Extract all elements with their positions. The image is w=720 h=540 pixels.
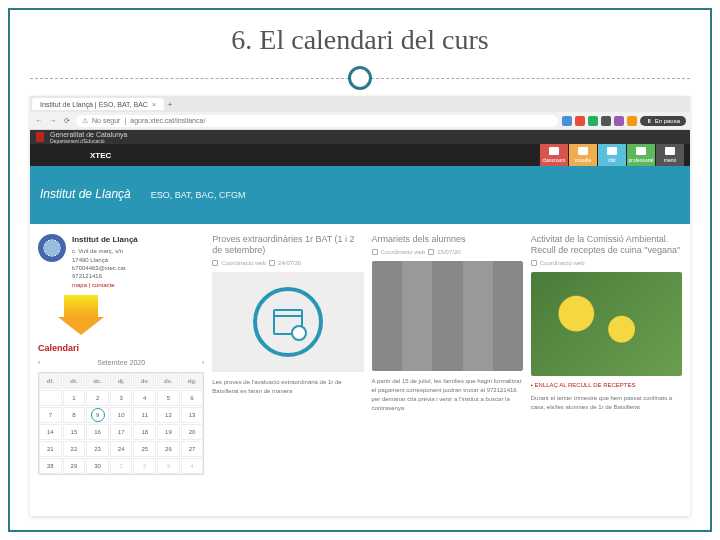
post-title[interactable]: Armariets dels alumnes bbox=[372, 234, 523, 245]
cal-day[interactable]: 28 bbox=[39, 458, 62, 474]
date-icon bbox=[269, 260, 275, 266]
forward-icon[interactable]: → bbox=[48, 116, 58, 126]
extension-icon[interactable] bbox=[588, 116, 598, 126]
cal-day-header: dl. bbox=[39, 373, 62, 389]
cal-day[interactable] bbox=[39, 390, 62, 406]
new-tab-button[interactable]: + bbox=[168, 101, 172, 108]
cal-day[interactable]: 15 bbox=[63, 424, 86, 440]
cal-day[interactable]: 24 bbox=[110, 441, 133, 457]
gov-header: Generalitat de Catalunya Departament d'E… bbox=[30, 130, 690, 144]
cal-day[interactable]: 3 bbox=[110, 390, 133, 406]
post-image-flowers bbox=[531, 272, 682, 376]
reload-icon[interactable]: ⟳ bbox=[62, 116, 72, 126]
lock-icon: ⚠ bbox=[82, 117, 88, 125]
cal-prev-icon[interactable]: ‹ bbox=[38, 359, 40, 366]
cal-day[interactable]: 5 bbox=[157, 390, 180, 406]
cal-day[interactable]: 25 bbox=[133, 441, 156, 457]
post-title[interactable]: Proves extraordinàries 1r BAT (1 i 2 de … bbox=[212, 234, 363, 256]
site-name[interactable]: Institut de Llançà bbox=[40, 188, 131, 201]
calendar-heading: Calendari bbox=[38, 343, 204, 353]
cal-day[interactable]: 2 bbox=[133, 458, 156, 474]
cal-day[interactable]: 3 bbox=[157, 458, 180, 474]
moodle-icon bbox=[578, 147, 588, 155]
tab-bar: Institut de Llançà | ESO, BAT, BAC × + bbox=[30, 96, 690, 112]
site-tagline: ESO, BAT, BAC, CFGM bbox=[151, 190, 246, 200]
cal-day[interactable]: 16 bbox=[86, 424, 109, 440]
xtec-bar: XTEC classroom moodle ckit professorat m… bbox=[30, 144, 690, 166]
cal-day[interactable]: 27 bbox=[181, 441, 204, 457]
extension-icon[interactable] bbox=[575, 116, 585, 126]
post-title[interactable]: Activitat de la Comissió Ambiental. Recu… bbox=[531, 234, 682, 256]
gencat-logo-icon bbox=[36, 132, 44, 142]
browser-tab[interactable]: Institut de Llançà | ESO, BAT, BAC × bbox=[32, 98, 164, 110]
grid-icon bbox=[607, 147, 617, 155]
url-text: agora.xtec.cat/insllanca/ bbox=[130, 117, 205, 124]
cal-day[interactable]: 8 bbox=[63, 407, 86, 423]
cal-day[interactable]: 23 bbox=[86, 441, 109, 457]
url-field[interactable]: ⚠ No segur | agora.xtec.cat/insllanca/ bbox=[76, 115, 558, 127]
cal-day[interactable]: 11 bbox=[133, 407, 156, 423]
tile-menu[interactable]: menú bbox=[656, 144, 684, 166]
cal-day-header: dg. bbox=[181, 373, 204, 389]
cal-next-icon[interactable]: › bbox=[202, 359, 204, 366]
cal-day[interactable]: 6 bbox=[181, 390, 204, 406]
cal-day[interactable]: 2 bbox=[86, 390, 109, 406]
post-link[interactable]: • ENLLAÇ AL RECULL DE RECEPTES bbox=[531, 382, 682, 388]
author-icon bbox=[212, 260, 218, 266]
cal-day-header: dc. bbox=[86, 373, 109, 389]
extension-icons: ⏸En pausa bbox=[562, 116, 686, 126]
pause-badge[interactable]: ⏸En pausa bbox=[640, 116, 686, 126]
tile-prof[interactable]: professorat bbox=[627, 144, 655, 166]
cal-day[interactable]: 20 bbox=[181, 424, 204, 440]
cal-day[interactable]: 30 bbox=[86, 458, 109, 474]
back-icon[interactable]: ← bbox=[34, 116, 44, 126]
contact-link[interactable]: contacte bbox=[92, 282, 115, 288]
post-body: Les proves de l'avaluació extraordinària… bbox=[212, 378, 363, 396]
extension-icon[interactable] bbox=[562, 116, 572, 126]
people-icon bbox=[549, 147, 559, 155]
yellow-arrow-annotation bbox=[64, 295, 204, 335]
tile-ckit[interactable]: ckit bbox=[598, 144, 626, 166]
school-addr2: 17490 Llançà bbox=[72, 256, 138, 264]
cal-day-header: dt. bbox=[63, 373, 86, 389]
divider bbox=[10, 66, 710, 90]
site-hero: Institut de Llançà ESO, BAT, BAC, CFGM bbox=[30, 166, 690, 224]
person-icon bbox=[636, 147, 646, 155]
tab-title: Institut de Llançà | ESO, BAT, BAC bbox=[40, 101, 148, 108]
cal-day[interactable]: 7 bbox=[39, 407, 62, 423]
cal-day[interactable]: 1 bbox=[110, 458, 133, 474]
tile-classroom[interactable]: classroom bbox=[540, 144, 568, 166]
author-icon bbox=[531, 260, 537, 266]
extension-icon[interactable] bbox=[601, 116, 611, 126]
calendar-grid[interactable]: dl.dt.dc.dj.dv.ds.dg.1234567891011121314… bbox=[38, 372, 204, 475]
close-tab-icon[interactable]: × bbox=[152, 101, 156, 108]
cal-day[interactable]: 1 bbox=[63, 390, 86, 406]
cal-day[interactable]: 12 bbox=[157, 407, 180, 423]
cal-day[interactable]: 4 bbox=[133, 390, 156, 406]
cal-day[interactable]: 29 bbox=[63, 458, 86, 474]
calendar-month: Setembre 2020 bbox=[97, 359, 145, 366]
xtec-logo[interactable]: XTEC bbox=[90, 151, 111, 160]
cal-day[interactable]: 9 bbox=[86, 407, 109, 423]
map-link[interactable]: mapa bbox=[72, 282, 87, 288]
cal-day[interactable]: 19 bbox=[157, 424, 180, 440]
url-bar: ← → ⟳ ⚠ No segur | agora.xtec.cat/inslla… bbox=[30, 112, 690, 130]
extension-icon[interactable] bbox=[627, 116, 637, 126]
divider-circle bbox=[348, 66, 372, 90]
school-logo-icon bbox=[38, 234, 66, 262]
cal-day[interactable]: 26 bbox=[157, 441, 180, 457]
post-body: Durant el tercer trimestre que hem passa… bbox=[531, 394, 682, 412]
menu-icon bbox=[665, 147, 675, 155]
cal-day[interactable]: 14 bbox=[39, 424, 62, 440]
post-body: A partir del 15 de juliol, les famílies … bbox=[372, 377, 523, 413]
cal-day[interactable]: 4 bbox=[181, 458, 204, 474]
extension-icon[interactable] bbox=[614, 116, 624, 126]
tile-moodle[interactable]: moodle bbox=[569, 144, 597, 166]
cal-day[interactable]: 17 bbox=[110, 424, 133, 440]
cal-day[interactable]: 10 bbox=[110, 407, 133, 423]
cal-day[interactable]: 13 bbox=[181, 407, 204, 423]
cal-day[interactable]: 21 bbox=[39, 441, 62, 457]
gov-dept: Generalitat de Catalunya bbox=[50, 131, 127, 138]
cal-day[interactable]: 22 bbox=[63, 441, 86, 457]
cal-day[interactable]: 18 bbox=[133, 424, 156, 440]
